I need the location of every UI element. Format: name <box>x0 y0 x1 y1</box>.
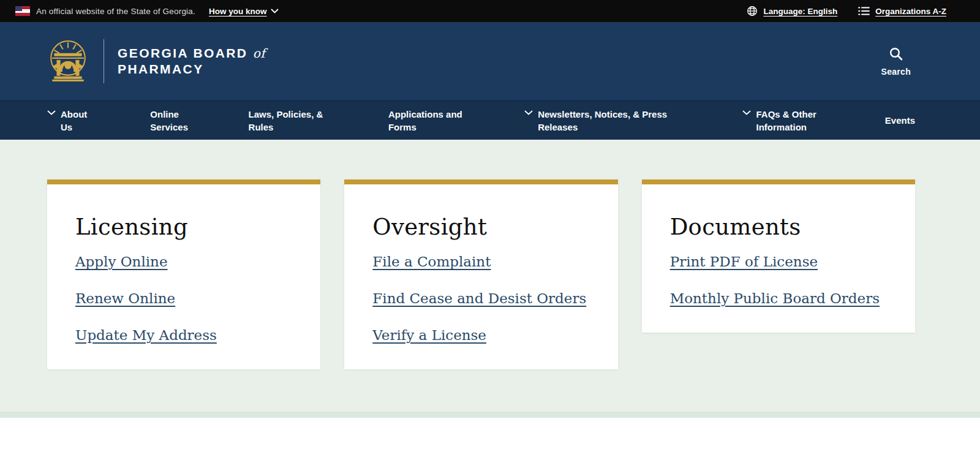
licensing-card: Licensing Apply Online Renew Online Upda… <box>47 179 320 369</box>
chevron-down-icon <box>271 9 279 13</box>
nav-item-label: FAQs & Other Information <box>756 108 827 134</box>
how-you-know-label: How you know <box>209 7 267 16</box>
nav-item-label: Laws, Policies, & Rules <box>249 108 331 134</box>
nav-item-label: Newsletters, Notices, & Press Releases <box>538 108 685 134</box>
monthly-public-board-orders-link[interactable]: Monthly Public Board Orders <box>670 290 880 308</box>
georgia-flag-icon <box>15 6 30 16</box>
chevron-down-icon <box>524 110 533 115</box>
print-pdf-of-license-link[interactable]: Print PDF of License <box>670 253 818 271</box>
update-my-address-link[interactable]: Update My Address <box>75 326 217 345</box>
nav-item-applications-forms[interactable]: Applications and Forms <box>388 108 467 134</box>
site-title: GEORGIA BOARD of PHARMACY <box>118 45 265 77</box>
section-divider-strip <box>0 412 980 418</box>
nav-item-events[interactable]: Events <box>885 114 915 127</box>
chevron-down-icon <box>742 110 751 115</box>
search-icon <box>889 47 903 61</box>
logo-divider <box>104 39 104 83</box>
georgia-arch-logo <box>46 39 90 83</box>
nav-item-online-services[interactable]: Online Services <box>150 108 190 134</box>
site-logo-home-link[interactable]: GEORGIA BOARD of PHARMACY <box>46 39 265 83</box>
nav-item-newsletters-notices-press[interactable]: Newsletters, Notices, & Press Releases <box>524 108 685 134</box>
main-content: Licensing Apply Online Renew Online Upda… <box>0 140 980 412</box>
card-title-oversight: Oversight <box>372 214 595 241</box>
find-cease-and-desist-orders-link[interactable]: Find Cease and Desist Orders <box>372 290 586 308</box>
apply-online-link[interactable]: Apply Online <box>75 253 168 271</box>
footer-whitespace <box>0 418 980 449</box>
card-title-licensing: Licensing <box>75 214 298 241</box>
site-title-line1: GEORGIA BOARD <box>118 46 247 60</box>
organizations-az-label: Organizations A-Z <box>875 7 946 16</box>
search-label: Search <box>881 67 911 77</box>
nav-item-label: Events <box>885 114 915 127</box>
file-a-complaint-link[interactable]: File a Complaint <box>372 253 491 271</box>
nav-item-about-us[interactable]: About Us <box>47 108 92 134</box>
official-site-banner: An official website of the State of Geor… <box>0 0 980 22</box>
official-site-text: An official website of the State of Geor… <box>36 7 195 16</box>
site-title-of: of <box>253 46 265 61</box>
search-button[interactable]: Search <box>878 46 915 77</box>
documents-card: Documents Print PDF of License Monthly P… <box>642 179 915 333</box>
site-title-line2: PHARMACY <box>118 62 204 76</box>
list-icon <box>858 6 870 16</box>
main-navigation: About Us Online Services Laws, Policies,… <box>0 100 980 140</box>
how-you-know-button[interactable]: How you know <box>205 6 283 17</box>
nav-item-faqs-other-information[interactable]: FAQs & Other Information <box>742 108 827 134</box>
card-title-documents: Documents <box>670 214 893 241</box>
nav-item-label: About Us <box>61 108 92 134</box>
nav-item-label: Applications and Forms <box>388 108 467 134</box>
chevron-down-icon <box>47 110 56 115</box>
language-link[interactable]: Language: English <box>747 6 837 17</box>
globe-icon <box>747 6 758 17</box>
site-header: GEORGIA BOARD of PHARMACY Search <box>0 22 980 100</box>
verify-a-license-link[interactable]: Verify a License <box>372 326 486 345</box>
language-label: Language: English <box>763 7 837 16</box>
organizations-az-link[interactable]: Organizations A-Z <box>858 6 946 16</box>
nav-item-laws-policies-rules[interactable]: Laws, Policies, & Rules <box>249 108 331 134</box>
nav-item-label: Online Services <box>150 108 190 134</box>
oversight-card: Oversight File a Complaint Find Cease an… <box>344 179 617 369</box>
renew-online-link[interactable]: Renew Online <box>75 290 175 308</box>
